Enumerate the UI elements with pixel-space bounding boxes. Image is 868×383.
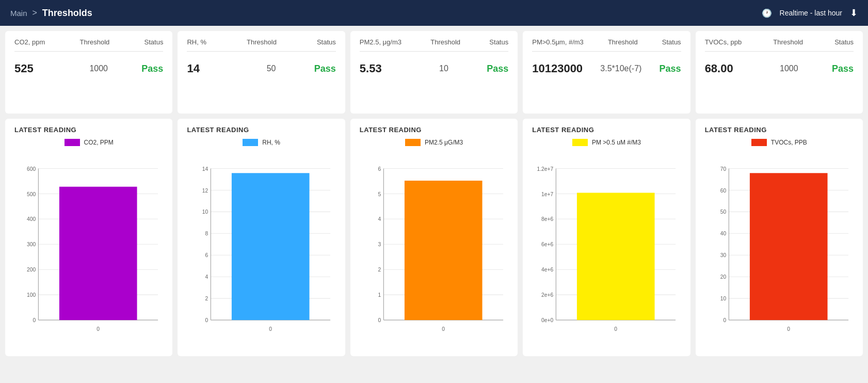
svg-text:0: 0 bbox=[442, 326, 445, 332]
card-threshold-value-rh: 50 bbox=[251, 64, 292, 73]
card-header-pm05: PM>0.5μm, #/m3 Threshold Status bbox=[532, 38, 681, 52]
chart-container-pm05-chart: 1.2e+71e+78e+66e+64e+62e+60e+0 0 bbox=[532, 150, 681, 346]
card-unit-label-rh: RH, % bbox=[187, 38, 206, 46]
card-values-tvocs: 68.00 1000 Pass bbox=[705, 62, 854, 75]
svg-text:0e+0: 0e+0 bbox=[541, 317, 553, 323]
legend-label-pm25-chart: PM2.5 μG/M3 bbox=[425, 139, 463, 146]
svg-text:6: 6 bbox=[378, 166, 381, 172]
chart-svg-pm25-chart: 6543210 0 bbox=[360, 150, 508, 346]
card-values-pm25: 5.53 10 Pass bbox=[360, 62, 508, 75]
card-unit-label-pm25: PM2.5, μg/m3 bbox=[360, 38, 401, 46]
chart-bar-pm25-chart bbox=[405, 181, 483, 320]
legend-color-rh-chart bbox=[243, 139, 258, 146]
header: Main > Thresholds 🕐 Realtime - last hour… bbox=[0, 0, 868, 26]
card-header-co2: CO2, ppm Threshold Status bbox=[14, 38, 163, 52]
card-value-rh: 14 bbox=[187, 62, 228, 75]
card-status-header-pm05: Status bbox=[662, 38, 681, 46]
chart-card-tvocs-chart: LATEST READING TVOCs, PPB 70605040302010… bbox=[696, 119, 863, 356]
card-status-value-pm25: Pass bbox=[487, 63, 508, 74]
breadcrumb-separator: > bbox=[33, 8, 37, 18]
svg-text:2: 2 bbox=[378, 267, 381, 273]
svg-text:500: 500 bbox=[27, 191, 36, 197]
svg-text:0: 0 bbox=[33, 317, 36, 323]
svg-text:0: 0 bbox=[723, 317, 726, 323]
breadcrumb: Main > Thresholds bbox=[10, 8, 92, 19]
svg-text:0: 0 bbox=[787, 326, 790, 332]
card-threshold-header-pm05: Threshold bbox=[608, 38, 638, 46]
chart-bar-tvocs-chart bbox=[750, 173, 828, 320]
chart-container-co2-chart: 6005004003002001000 0 bbox=[14, 150, 163, 346]
chart-bar-co2-chart bbox=[59, 187, 137, 320]
svg-text:70: 70 bbox=[720, 166, 726, 172]
download-icon[interactable]: ⬇ bbox=[850, 7, 858, 19]
breadcrumb-title: Thresholds bbox=[42, 8, 92, 19]
card-threshold-header-pm25: Threshold bbox=[430, 38, 460, 46]
svg-text:4e+6: 4e+6 bbox=[541, 267, 553, 273]
card-threshold-value-pm25: 10 bbox=[423, 64, 464, 73]
threshold-card-rh: RH, % Threshold Status 14 50 Pass bbox=[178, 31, 345, 114]
chart-card-pm25-chart: LATEST READING PM2.5 μG/M3 6543210 0 bbox=[350, 119, 518, 356]
chart-legend-pm05-chart: PM >0.5 uM #/M3 bbox=[532, 139, 681, 146]
svg-text:2e+6: 2e+6 bbox=[541, 292, 553, 298]
svg-text:6: 6 bbox=[205, 252, 208, 258]
card-unit-label-pm05: PM>0.5μm, #/m3 bbox=[532, 38, 584, 46]
legend-label-tvocs-chart: TVOCs, PPB bbox=[771, 139, 807, 146]
chart-title-co2-chart: LATEST READING bbox=[14, 126, 163, 134]
clock-icon: 🕐 bbox=[762, 8, 772, 18]
svg-text:50: 50 bbox=[720, 209, 726, 215]
card-threshold-value-co2: 1000 bbox=[78, 64, 119, 73]
svg-text:20: 20 bbox=[720, 274, 726, 280]
card-threshold-header-tvocs: Threshold bbox=[773, 38, 803, 46]
card-status-header-pm25: Status bbox=[489, 38, 508, 46]
card-status-header-rh: Status bbox=[317, 38, 336, 46]
chart-legend-tvocs-chart: TVOCs, PPB bbox=[705, 139, 854, 146]
threshold-card-pm25: PM2.5, μg/m3 Threshold Status 5.53 10 Pa… bbox=[350, 31, 518, 114]
svg-text:600: 600 bbox=[27, 166, 36, 172]
card-unit-label-tvocs: TVOCs, ppb bbox=[705, 38, 742, 46]
card-unit-label-co2: CO2, ppm bbox=[14, 38, 45, 46]
svg-text:10: 10 bbox=[720, 296, 726, 301]
chart-title-rh-chart: LATEST READING bbox=[187, 126, 335, 134]
chart-card-rh-chart: LATEST READING RH, % 14121086420 0 bbox=[178, 119, 345, 356]
svg-text:300: 300 bbox=[27, 242, 36, 247]
header-controls: 🕐 Realtime - last hour ⬇ bbox=[762, 7, 858, 19]
card-threshold-header-co2: Threshold bbox=[79, 38, 109, 46]
chart-legend-co2-chart: CO2, PPM bbox=[14, 139, 163, 146]
card-status-value-co2: Pass bbox=[141, 63, 163, 74]
card-header-pm25: PM2.5, μg/m3 Threshold Status bbox=[360, 38, 508, 52]
svg-text:5: 5 bbox=[378, 191, 381, 197]
svg-text:3: 3 bbox=[378, 242, 381, 247]
card-values-pm05: 10123000 3.5*10e(-7) Pass bbox=[532, 62, 681, 75]
legend-color-pm05-chart bbox=[572, 139, 588, 146]
svg-text:4: 4 bbox=[205, 274, 208, 280]
legend-label-co2-chart: CO2, PPM bbox=[84, 139, 114, 146]
legend-color-tvocs-chart bbox=[751, 139, 767, 146]
chart-svg-rh-chart: 14121086420 0 bbox=[187, 150, 335, 346]
main-content: CO2, ppm Threshold Status 525 1000 Pass … bbox=[0, 26, 868, 361]
threshold-card-co2: CO2, ppm Threshold Status 525 1000 Pass bbox=[5, 31, 172, 114]
card-status-value-tvocs: Pass bbox=[832, 63, 854, 74]
chart-svg-pm05-chart: 1.2e+71e+78e+66e+64e+62e+60e+0 0 bbox=[532, 150, 681, 346]
card-header-tvocs: TVOCs, ppb Threshold Status bbox=[705, 38, 854, 52]
threshold-card-tvocs: TVOCs, ppb Threshold Status 68.00 1000 P… bbox=[696, 31, 863, 114]
legend-color-co2-chart bbox=[65, 139, 80, 146]
svg-text:30: 30 bbox=[720, 252, 726, 258]
breadcrumb-main[interactable]: Main bbox=[10, 9, 27, 18]
svg-text:8e+6: 8e+6 bbox=[541, 216, 553, 222]
svg-text:8: 8 bbox=[205, 231, 208, 236]
chart-container-rh-chart: 14121086420 0 bbox=[187, 150, 335, 346]
chart-card-pm05-chart: LATEST READING PM >0.5 uM #/M3 1.2e+71e+… bbox=[523, 119, 690, 356]
chart-container-pm25-chart: 6543210 0 bbox=[360, 150, 508, 346]
card-threshold-value-pm05: 3.5*10e(-7) bbox=[600, 64, 641, 73]
card-status-value-pm05: Pass bbox=[660, 63, 681, 74]
svg-text:0: 0 bbox=[205, 317, 208, 323]
realtime-label: Realtime - last hour bbox=[780, 9, 842, 17]
svg-text:1e+7: 1e+7 bbox=[541, 191, 553, 197]
svg-text:0: 0 bbox=[615, 326, 618, 332]
chart-svg-tvocs-chart: 706050403020100 0 bbox=[705, 150, 854, 346]
card-header-rh: RH, % Threshold Status bbox=[187, 38, 335, 52]
svg-text:0: 0 bbox=[97, 326, 100, 332]
legend-label-pm05-chart: PM >0.5 uM #/M3 bbox=[592, 139, 641, 146]
svg-text:2: 2 bbox=[205, 296, 208, 301]
card-status-value-rh: Pass bbox=[314, 63, 336, 74]
